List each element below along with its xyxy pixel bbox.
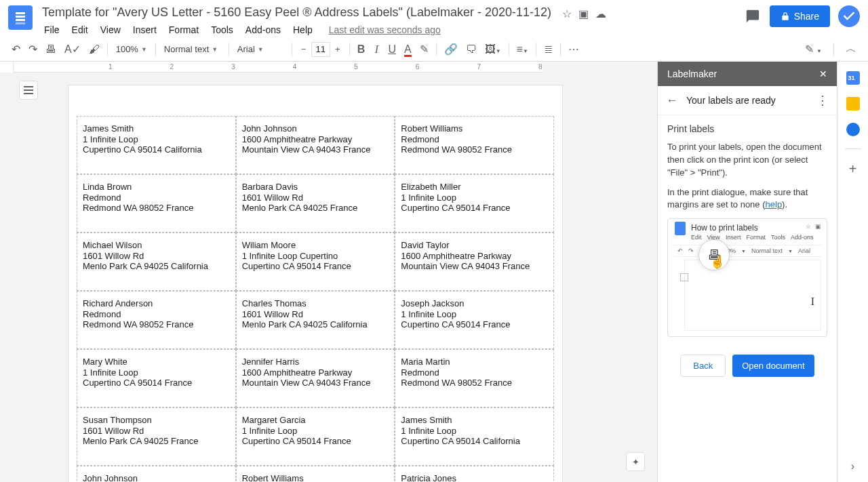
move-icon[interactable]: ▣ [578, 7, 589, 20]
label-cell[interactable]: Joseph Jackson1 Infinite LoopCupertino C… [395, 291, 554, 349]
collapse-rail-icon[interactable]: › [851, 460, 854, 473]
label-cell[interactable]: Michael Wilson1601 Willow RdMenlo Park C… [77, 233, 236, 291]
align-button[interactable]: ≡▼ [513, 41, 532, 58]
more-button[interactable]: ⋯ [565, 40, 583, 58]
document-title[interactable]: Template for "Avery US Letter - 5160 Eas… [39, 4, 554, 20]
label-cell[interactable]: John Johnson1600 Amphitheatre ParkwayMou… [236, 116, 395, 174]
share-button[interactable]: Share [770, 5, 830, 27]
bold-button[interactable]: B [354, 41, 369, 58]
insert-image-button[interactable]: 🖼▼ [481, 41, 505, 58]
menu-edit[interactable]: Edit [67, 22, 93, 38]
label-cell[interactable]: John Johnson1600 Amphitheatre Parkway [77, 466, 236, 482]
outline-button[interactable] [19, 81, 38, 100]
label-cell[interactable]: Richard AndersonRedmondRedmond WA 98052 … [77, 291, 236, 349]
cursor-icon: ☝ [710, 254, 725, 269]
calendar-icon[interactable] [846, 71, 860, 85]
document-page[interactable]: James Smith1 Infinite LoopCupertino CA 9… [68, 85, 563, 482]
explore-button[interactable]: ✦ [626, 452, 645, 471]
font-size-increase[interactable]: + [330, 42, 345, 57]
highlight-button[interactable]: ✎ [416, 40, 432, 58]
print-labels-heading: Print labels [667, 123, 827, 134]
account-avatar[interactable] [838, 5, 860, 27]
editing-mode-button[interactable]: ✎ ▼ [802, 40, 825, 58]
menu-view[interactable]: View [96, 22, 125, 38]
tasks-icon[interactable] [846, 123, 860, 136]
label-cell[interactable]: James Smith1 Infinite LoopCupertino CA 9… [395, 407, 554, 466]
keep-icon[interactable] [846, 97, 860, 111]
italic-button[interactable]: I [370, 41, 383, 58]
menu-help[interactable]: Help [288, 22, 317, 38]
share-label: Share [794, 11, 819, 22]
label-cell[interactable]: Mary White1 Infinite LoopCupertino CA 95… [77, 349, 236, 407]
undo-button[interactable]: ↶ [8, 40, 24, 58]
print-instructions-2: In the print dialogue, make sure that ma… [667, 186, 827, 212]
underline-button[interactable]: U [384, 41, 399, 58]
label-cell[interactable]: Patricia Jones1600 Amphitheatre Parkway [395, 466, 554, 482]
menubar: File Edit View Insert Format Tools Add-o… [39, 22, 745, 38]
menu-tools[interactable]: Tools [206, 22, 238, 38]
sidepanel-subtitle: Your labels are ready [686, 95, 776, 106]
instruction-image: How to print labels ☆▣ EditViewInsertFor… [667, 218, 827, 337]
zoom-dropdown[interactable]: 100%▼ [112, 41, 151, 57]
help-link[interactable]: help [766, 199, 783, 209]
back-button[interactable]: Back [680, 355, 726, 377]
font-size-decrease[interactable]: − [296, 42, 311, 57]
close-icon[interactable]: ✕ [819, 68, 827, 79]
label-cell[interactable]: Robert WilliamsRedmondRedmond WA 98052 F… [395, 116, 554, 174]
print-button[interactable]: 🖶 [42, 41, 60, 58]
add-addon-icon[interactable]: + [849, 161, 857, 177]
last-edit[interactable]: Last edit was seconds ago [324, 22, 446, 38]
label-cell[interactable]: James Smith1 Infinite LoopCupertino CA 9… [77, 116, 236, 174]
collapse-toolbar-button[interactable]: ︿ [842, 39, 860, 59]
label-cell[interactable]: Susan Thompson1601 Willow RdMenlo Park C… [77, 407, 236, 466]
font-dropdown[interactable]: Arial▼ [233, 41, 288, 57]
line-spacing-button[interactable]: ≣ [540, 40, 556, 58]
insert-link-button[interactable]: 🔗 [441, 40, 461, 58]
label-cell[interactable]: Elizabeth Miller1 Infinite LoopCupertino… [395, 174, 554, 233]
menu-format[interactable]: Format [164, 22, 203, 38]
docs-icon[interactable] [8, 5, 33, 30]
label-cell[interactable]: Charles Thomas1601 Willow RdMenlo Park C… [236, 291, 395, 349]
comment-history-icon[interactable] [745, 8, 762, 24]
style-dropdown[interactable]: Normal text▼ [160, 41, 224, 57]
back-icon[interactable]: ← [666, 94, 678, 108]
open-document-button[interactable]: Open document [732, 355, 814, 377]
side-rail: + › [837, 62, 868, 482]
label-cell[interactable]: Jennifer Harris1600 Amphitheatre Parkway… [236, 349, 395, 407]
print-instructions-1: To print your labels, open the document … [667, 141, 827, 180]
label-cell[interactable]: Maria MartinRedmondRedmond WA 98052 Fran… [395, 349, 554, 407]
font-size-input[interactable]: 11 [311, 42, 330, 57]
redo-button[interactable]: ↷ [25, 40, 41, 58]
text-color-button[interactable]: A [401, 41, 415, 58]
addon-sidepanel: Labelmaker ✕ ← Your labels are ready ⋮ P… [657, 62, 837, 482]
label-cell[interactable]: Linda BrownRedmondRedmond WA 98052 Franc… [77, 174, 236, 233]
more-icon[interactable]: ⋮ [816, 93, 829, 108]
label-cell[interactable]: Barbara Davis1601 Willow RdMenlo Park CA… [236, 174, 395, 233]
star-icon[interactable]: ☆ [562, 7, 572, 20]
sidepanel-title: Labelmaker [667, 68, 717, 79]
label-cell[interactable]: Wiliam Moore1 Infinite Loop CupertinoCup… [236, 233, 395, 291]
spellcheck-button[interactable]: A✓ [61, 40, 84, 58]
label-cell[interactable]: David Taylor1600 Amphitheatre ParkwayMou… [395, 233, 554, 291]
label-cell[interactable]: Margaret Garcia1 Infinite LoopCupertino … [236, 407, 395, 466]
horizontal-ruler[interactable]: 12345678 [14, 62, 542, 73]
menu-addons[interactable]: Add-ons [241, 22, 285, 38]
document-area: 12345678 James Smith1 Infinite LoopCuper… [0, 62, 657, 482]
cloud-status-icon[interactable]: ☁ [595, 7, 606, 20]
menu-insert[interactable]: Insert [128, 22, 161, 38]
toolbar: ↶ ↷ 🖶 A✓ 🖌 100%▼ Normal text▼ Arial▼ − 1… [0, 37, 868, 62]
label-cell[interactable]: Robert WilliamsRedmond [236, 466, 395, 482]
paint-format-button[interactable]: 🖌 [85, 41, 103, 58]
menu-file[interactable]: File [39, 22, 64, 38]
insert-comment-button[interactable]: 🗨 [462, 41, 480, 58]
